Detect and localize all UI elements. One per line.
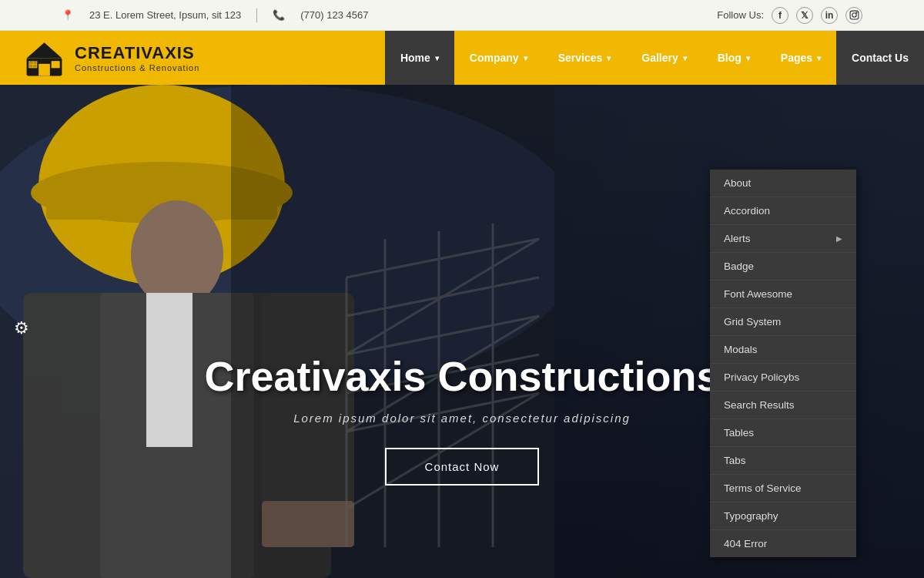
nav-item-company[interactable]: Company ▾ [454, 31, 543, 85]
facebook-icon[interactable]: f [772, 7, 788, 24]
dropdown-item-alerts[interactable]: Alerts ▶ [710, 225, 856, 253]
svg-point-17 [131, 200, 223, 308]
dropdown-item-tables[interactable]: Tables [710, 419, 856, 447]
brand-name: CREATIVAXIS [75, 43, 199, 63]
address-text: 23 E. Lorem Street, Ipsum, sit 123 [89, 9, 241, 21]
alerts-arrow-icon: ▶ [836, 234, 842, 243]
hero-subtitle: Lorem ipsum dolor sit amet, consectetur … [154, 412, 770, 425]
svg-rect-35 [231, 85, 554, 578]
hero-section: ⚙ Creativaxis Constructions Lorem ipsum … [0, 85, 924, 578]
dropdown-item-tabs[interactable]: Tabs [710, 447, 856, 475]
dropdown-item-search-results[interactable]: Search Results [710, 391, 856, 419]
top-bar-left: 📍 23 E. Lorem Street, Ipsum, sit 123 📞 (… [62, 8, 368, 22]
nav-item-gallery[interactable]: Gallery ▾ [626, 31, 701, 85]
brand-sub: Constructions & Renovation [75, 63, 199, 72]
contact-now-button[interactable]: Contact Now [385, 448, 540, 486]
nav-item-blog[interactable]: Blog ▾ [702, 31, 765, 85]
dropdown-item-privacy-policy[interactable]: Privacy Policybs [710, 364, 856, 391]
svg-point-2 [855, 12, 856, 13]
address-icon: 📍 [62, 9, 74, 21]
dropdown-item-grid-system[interactable]: Grid System [710, 308, 856, 336]
dropdown-item-modals[interactable]: Modals [710, 336, 856, 364]
navbar-brand[interactable]: CREATIVAXIS Constructions & Renovation [0, 31, 223, 85]
instagram-icon[interactable] [845, 7, 862, 24]
nav-items: Home ▾ Company ▾ Services ▾ Gallery ▾ Bl… [385, 31, 924, 85]
svg-rect-7 [52, 61, 60, 68]
svg-rect-0 [850, 11, 859, 19]
divider [256, 8, 257, 22]
dropdown-item-badge[interactable]: Badge [710, 253, 856, 281]
company-caret-icon: ▾ [524, 54, 527, 62]
phone-icon: 📞 [273, 9, 285, 21]
svg-rect-10 [29, 64, 32, 67]
pages-dropdown-menu: About Accordion Alerts ▶ Badge Font Awes… [710, 170, 856, 557]
hero-title: Creativaxis Constructions [154, 352, 770, 400]
services-caret-icon: ▾ [607, 54, 611, 62]
blog-caret-icon: ▾ [746, 54, 750, 62]
nav-item-contact[interactable]: Contact Us [836, 31, 924, 85]
follow-label: Follow Us: [717, 9, 764, 21]
nav-item-services[interactable]: Services ▾ [543, 31, 627, 85]
dropdown-item-404[interactable]: 404 Error [710, 530, 856, 557]
dropdown-item-font-awesome[interactable]: Font Awesome [710, 281, 856, 308]
svg-rect-5 [38, 63, 50, 76]
worker-illustration [0, 85, 554, 578]
nav-item-pages[interactable]: Pages ▾ [765, 31, 836, 85]
dropdown-item-typography[interactable]: Typography [710, 502, 856, 530]
dropdown-item-about[interactable]: About [710, 170, 856, 197]
svg-point-1 [852, 13, 855, 17]
linkedin-icon[interactable]: in [821, 7, 838, 24]
dropdown-item-terms[interactable]: Terms of Service [710, 475, 856, 502]
home-caret-icon: ▾ [435, 54, 439, 62]
svg-rect-8 [29, 61, 33, 64]
brand-text: CREATIVAXIS Constructions & Renovation [75, 43, 199, 72]
top-bar-right: Follow Us: f 𝕏 in [717, 7, 862, 24]
twitter-icon[interactable]: 𝕏 [796, 7, 813, 24]
svg-rect-11 [33, 64, 37, 67]
navbar: CREATIVAXIS Constructions & Renovation H… [0, 31, 924, 85]
gallery-caret-icon: ▾ [683, 54, 687, 62]
svg-marker-4 [27, 42, 62, 58]
brand-logo-icon [23, 37, 65, 79]
phone-text: (770) 123 4567 [300, 9, 368, 21]
settings-gear[interactable]: ⚙ [9, 316, 34, 341]
pages-caret-icon: ▾ [817, 54, 821, 62]
dropdown-item-accordion[interactable]: Accordion [710, 197, 856, 225]
top-bar: 📍 23 E. Lorem Street, Ipsum, sit 123 📞 (… [0, 0, 924, 31]
nav-item-home[interactable]: Home ▾ [385, 31, 454, 85]
svg-rect-9 [34, 61, 37, 64]
hero-content: Creativaxis Constructions Lorem ipsum do… [154, 352, 770, 486]
